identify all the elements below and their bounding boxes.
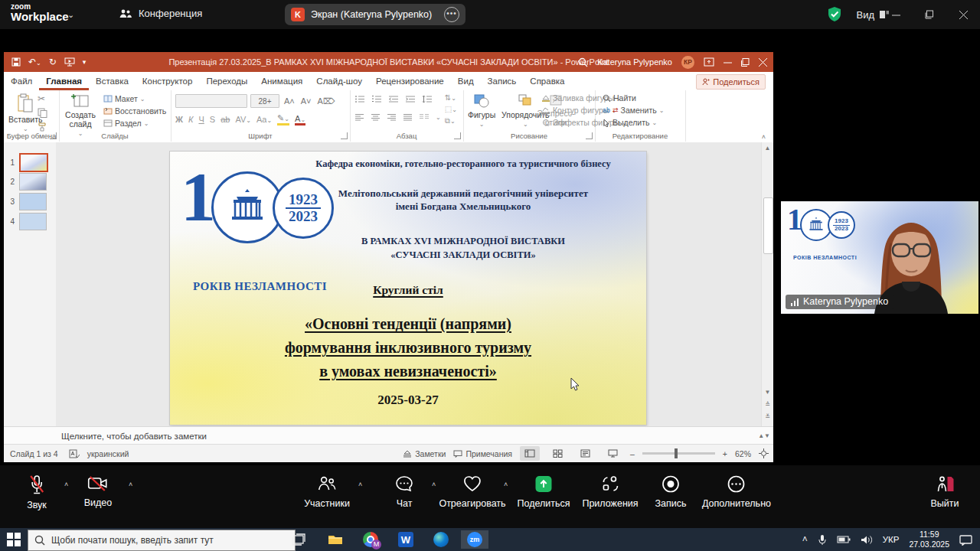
- columns-icon[interactable]: [419, 113, 430, 122]
- slideshow-view-button[interactable]: [603, 446, 622, 461]
- participants-chevron-icon[interactable]: ˄: [358, 481, 362, 488]
- copy-icon[interactable]: [38, 108, 47, 118]
- start-slideshow-icon[interactable]: [64, 57, 75, 67]
- more-button[interactable]: Дополнительно: [702, 474, 771, 509]
- slide[interactable]: 1 1923 2023 РОКІВ НЕЗЛАМНОСТІ Кафед: [170, 152, 646, 425]
- notes-scroll-icons[interactable]: ▲▼: [758, 432, 770, 439]
- account-avatar[interactable]: КР: [681, 56, 694, 69]
- slide-sorter-view-button[interactable]: [547, 446, 567, 461]
- security-shield-icon[interactable]: [827, 6, 842, 23]
- next-slide-icon[interactable]: ≚: [763, 413, 773, 420]
- audio-button[interactable]: Звук: [27, 474, 47, 510]
- italic-button[interactable]: К: [188, 115, 193, 124]
- text-direction-button[interactable]: ⇅⌄: [445, 93, 457, 102]
- tray-expand-icon[interactable]: ˄: [802, 534, 808, 545]
- close-button[interactable]: [946, 0, 980, 29]
- qat-customize-icon[interactable]: ▾: [83, 58, 87, 66]
- clipboard-dialog-launcher-icon[interactable]: [50, 132, 57, 139]
- video-button[interactable]: Видео: [84, 474, 113, 508]
- thumbnail-slide-4[interactable]: 4: [4, 213, 56, 230]
- smartart-button[interactable]: ⧉⌄: [445, 116, 457, 126]
- chrome-button[interactable]: M: [357, 530, 384, 549]
- notes-toggle[interactable]: Заметки: [403, 449, 446, 458]
- tab-design[interactable]: Конструктор: [136, 72, 200, 90]
- select-button[interactable]: Выделить⌄: [603, 118, 664, 127]
- slide-scrollbar[interactable]: ▲ ▼ ≙ ≚: [761, 142, 773, 426]
- scroll-up-icon[interactable]: ▲: [763, 145, 773, 152]
- maximize-button[interactable]: [913, 0, 946, 29]
- paragraph-dialog-launcher-icon[interactable]: [454, 132, 461, 139]
- zoom-percentage[interactable]: 62%: [735, 449, 751, 458]
- ppt-restore-icon[interactable]: [741, 58, 750, 67]
- font-color-button[interactable]: А⌄: [295, 114, 305, 126]
- file-explorer-button[interactable]: [322, 530, 349, 549]
- cut-icon[interactable]: ✂: [38, 93, 47, 104]
- previous-slide-icon[interactable]: ≙: [763, 401, 773, 408]
- ppt-close-icon[interactable]: [759, 58, 767, 67]
- tab-animations[interactable]: Анимация: [254, 72, 309, 90]
- record-button[interactable]: Запись: [655, 474, 686, 509]
- shadow-button[interactable]: S: [210, 115, 215, 124]
- normal-view-button[interactable]: [520, 446, 540, 461]
- language-indicator[interactable]: УКР: [883, 535, 900, 544]
- start-button[interactable]: [0, 530, 28, 549]
- ribbon-display-options-icon[interactable]: [704, 57, 714, 67]
- more-options-icon[interactable]: •••: [444, 7, 459, 22]
- scrollbar-thumb[interactable]: [763, 197, 773, 254]
- align-center-icon[interactable]: [371, 113, 381, 122]
- shrink-font-icon[interactable]: A˅: [299, 96, 313, 106]
- bold-button[interactable]: Ж: [175, 115, 183, 124]
- text-highlight-button[interactable]: ✎⌄: [277, 113, 289, 126]
- clear-formatting-icon[interactable]: A⌦: [316, 96, 337, 106]
- slide-2-thumb[interactable]: [19, 173, 47, 191]
- chat-chevron-icon[interactable]: ˄: [432, 481, 436, 488]
- tab-view[interactable]: Вид: [451, 72, 481, 90]
- redo-icon[interactable]: ↻: [49, 57, 57, 67]
- tab-review[interactable]: Рецензирование: [369, 72, 451, 90]
- slide-1-thumb[interactable]: [19, 153, 48, 172]
- zoom-in-icon[interactable]: +: [723, 449, 727, 458]
- decrease-indent-icon[interactable]: [388, 95, 399, 103]
- language-indicator[interactable]: украинский: [87, 449, 129, 458]
- undo-icon[interactable]: ↶⌄: [28, 57, 41, 67]
- tab-record[interactable]: Запись: [481, 72, 524, 90]
- reset-button[interactable]: Восстановить: [103, 106, 166, 116]
- tray-microphone-icon[interactable]: [818, 534, 827, 546]
- align-left-icon[interactable]: [354, 113, 364, 122]
- edge-button[interactable]: [427, 530, 455, 549]
- change-case-button[interactable]: Aa⌄: [256, 115, 272, 124]
- font-name-combo[interactable]: [175, 94, 247, 108]
- audio-options-chevron-icon[interactable]: ˄: [64, 481, 68, 488]
- screen-share-tab[interactable]: K Экран (Kateryna Pylypenko) •••: [285, 4, 466, 25]
- underline-button[interactable]: Ч: [198, 115, 204, 124]
- strikethrough-button[interactable]: ab: [220, 115, 230, 124]
- tab-help[interactable]: Справка: [523, 72, 571, 90]
- tab-insert[interactable]: Вставка: [89, 72, 136, 90]
- meeting-tab[interactable]: Конференция: [119, 8, 202, 19]
- layout-button[interactable]: Макет⌄: [103, 94, 166, 103]
- notes-pane[interactable]: Щелкните, чтобы добавить заметки ▲▼: [4, 426, 773, 445]
- tab-home[interactable]: Главная: [39, 72, 89, 90]
- tab-transitions[interactable]: Переходы: [199, 72, 254, 90]
- react-button[interactable]: Отреагировать: [439, 474, 505, 509]
- section-button[interactable]: Раздел⌄: [103, 119, 166, 128]
- task-view-button[interactable]: [285, 530, 312, 549]
- slide-3-thumb[interactable]: [19, 193, 47, 210]
- leave-button[interactable]: Выйти: [930, 474, 959, 509]
- new-slide-button[interactable]: Создать слайд ⌄: [64, 93, 97, 137]
- minimize-button[interactable]: [879, 0, 913, 29]
- taskbar-clock[interactable]: 11:59 27.03.2025: [909, 530, 949, 549]
- notes-placeholder[interactable]: Щелкните, чтобы добавить заметки: [61, 432, 207, 441]
- thumbnail-slide-3[interactable]: 3: [4, 193, 56, 210]
- ppt-share-button[interactable]: Поделиться: [696, 74, 766, 90]
- zoom-slider-thumb[interactable]: [675, 448, 678, 458]
- shapes-button[interactable]: Фигуры⌄: [468, 93, 495, 128]
- thumbnail-slide-1[interactable]: 1: [4, 153, 56, 172]
- drawing-dialog-launcher-icon[interactable]: [586, 132, 593, 139]
- font-size-combo[interactable]: 28+: [250, 94, 279, 108]
- align-text-button[interactable]: ⬚⌄: [445, 105, 457, 113]
- search-icon[interactable]: [578, 57, 588, 67]
- spellcheck-icon[interactable]: [69, 449, 80, 458]
- align-right-icon[interactable]: [387, 113, 397, 122]
- chat-button[interactable]: Чат: [394, 474, 414, 509]
